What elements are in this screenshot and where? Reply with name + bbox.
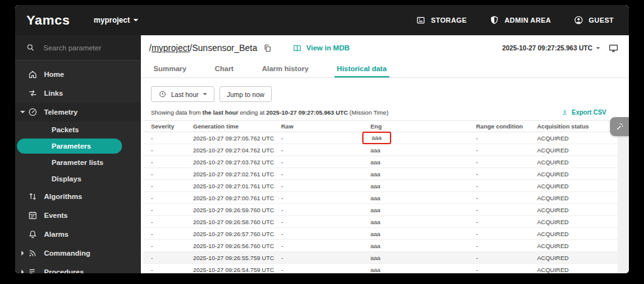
table-row[interactable]: -2025-10-27 09:26:56.760 UTC-aaa-ACQUIRE…: [143, 240, 618, 252]
cell-acquisition_status: ACQUIRED: [530, 132, 618, 144]
topbar-action-label: GUEST: [589, 16, 614, 24]
tab-alarm-history[interactable]: Alarm history: [259, 60, 311, 77]
table-row[interactable]: -2025-10-27 09:27:01.761 UTC-aaa-ACQUIRE…: [143, 180, 618, 192]
cell-severity: -: [143, 240, 186, 252]
cell-range_condition: -: [469, 168, 530, 180]
cell-range_condition: -: [469, 228, 530, 240]
table-row[interactable]: -2025-10-27 09:26:57.760 UTC-aaa-ACQUIRE…: [143, 228, 618, 240]
topbar-action-storage[interactable]: STORAGE: [416, 15, 467, 25]
cell-eng: aaa: [363, 228, 469, 240]
monitor-icon[interactable]: [608, 43, 619, 54]
cell-acquisition_status: ACQUIRED: [530, 228, 618, 240]
sidebar-item-procedures[interactable]: Procedures: [15, 263, 141, 273]
sidebar-item-telemetry[interactable]: Telemetry: [15, 103, 141, 122]
table-row[interactable]: -2025-10-27 09:26:54.759 UTC-aaa-ACQUIRE…: [143, 264, 618, 274]
cell-acquisition_status: ACQUIRED: [530, 192, 618, 204]
tab-historical-data[interactable]: Historical data: [335, 60, 389, 77]
instance-selector[interactable]: myproject: [94, 16, 138, 25]
chevron-down-icon: [203, 93, 207, 95]
breadcrumb-project-link[interactable]: myproject: [152, 43, 190, 53]
view-in-mdb-link[interactable]: View in MDB: [292, 43, 350, 53]
sidebar-item-displays[interactable]: Displays: [15, 171, 141, 187]
cell-generation_time: 2025-10-27 09:26:56.760 UTC: [186, 240, 274, 252]
top-bar: Yamcs myproject STORAGEADMIN AREAGUEST: [15, 5, 629, 35]
time-range-button[interactable]: Last hour: [151, 86, 214, 102]
cell-generation_time: 2025-10-27 09:27:02.761 UTC: [186, 168, 274, 180]
table-row[interactable]: -2025-10-27 09:27:04.762 UTC-aaa-ACQUIRE…: [143, 144, 618, 156]
cell-raw: -: [274, 228, 363, 240]
jump-to-now-button[interactable]: Jump to now: [219, 86, 272, 102]
cell-eng: aaa: [363, 252, 469, 264]
cell-eng: aaa: [363, 204, 469, 216]
sidebar-item-parameter-lists[interactable]: Parameter lists: [15, 154, 141, 171]
table-row[interactable]: -2025-10-27 09:26:58.760 UTC-aaa-ACQUIRE…: [143, 216, 618, 228]
table-row[interactable]: -2025-10-27 09:26:55.759 UTC-aaa-ACQUIRE…: [143, 252, 618, 264]
mission-time-selector[interactable]: 2025-10-27 09:27:25.963 UTC: [502, 44, 600, 52]
chevron-right-icon: [19, 270, 26, 273]
cell-generation_time: 2025-10-27 09:26:57.760 UTC: [186, 228, 274, 240]
sidebar-item-label: Algorithms: [44, 193, 82, 200]
column-header-raw: Raw: [274, 121, 363, 132]
tab-chart[interactable]: Chart: [212, 60, 236, 77]
table-row[interactable]: -2025-10-27 09:27:00.761 UTC-aaa-ACQUIRE…: [143, 192, 618, 204]
export-csv-link[interactable]: Export CSV: [561, 108, 606, 116]
cell-range_condition: -: [469, 156, 530, 168]
sidebar-item-algorithms[interactable]: Algorithms: [15, 187, 141, 206]
cell-eng: aaa: [363, 156, 469, 168]
parameter-search[interactable]: [15, 35, 141, 60]
cell-raw: -: [274, 144, 363, 156]
sidebar-item-packets[interactable]: Packets: [15, 122, 141, 138]
cell-raw: -: [274, 132, 363, 144]
tab-label: Alarm history: [262, 65, 308, 72]
sidebar-item-label: Commanding: [44, 249, 90, 257]
cell-raw: -: [274, 240, 363, 252]
cell-range_condition: -: [469, 132, 530, 144]
annotation-red-box: aaa: [362, 132, 391, 144]
topbar-actions: STORAGEADMIN AREAGUEST: [416, 15, 614, 25]
table-row[interactable]: -2025-10-27 09:26:59.760 UTC-aaa-ACQUIRE…: [143, 204, 618, 216]
sidebar-item-commanding[interactable]: Commanding: [15, 244, 141, 263]
search-input[interactable]: [42, 43, 130, 52]
commanding-icon: [28, 248, 38, 258]
sidebar-item-home[interactable]: Home: [15, 65, 141, 84]
topbar-action-admin-area[interactable]: ADMIN AREA: [489, 15, 551, 25]
cell-acquisition_status: ACQUIRED: [530, 156, 618, 168]
cell-severity: -: [143, 144, 186, 156]
table-row[interactable]: -2025-10-27 09:27:02.761 UTC-aaa-ACQUIRE…: [143, 168, 618, 180]
cell-generation_time: 2025-10-27 09:26:54.759 UTC: [186, 264, 274, 274]
cell-severity: -: [143, 264, 186, 274]
sidebar-item-parameters[interactable]: Parameters: [17, 139, 122, 154]
procedures-icon: [28, 267, 38, 273]
sidebar-item-alarms[interactable]: Alarms: [15, 225, 141, 244]
cell-severity: -: [143, 168, 186, 180]
tab-label: Chart: [214, 65, 233, 72]
cell-range_condition: -: [469, 180, 530, 192]
export-csv-label: Export CSV: [572, 109, 606, 116]
cell-severity: -: [143, 216, 186, 228]
copy-icon[interactable]: [263, 43, 272, 53]
instance-label: myproject: [94, 16, 130, 25]
cell-generation_time: 2025-10-27 09:26:55.759 UTC: [186, 252, 274, 264]
tab-summary[interactable]: Summary: [151, 60, 189, 77]
summary-end-time: 2025-10-27 09:27:05.963 UTC: [266, 109, 348, 116]
user-icon: [574, 15, 584, 25]
time-range-label: Last hour: [171, 91, 199, 98]
yamcs-logo: Yamcs: [26, 13, 70, 28]
sidebar-item-events[interactable]: Events: [15, 206, 141, 225]
cell-acquisition_status: ACQUIRED: [530, 216, 618, 228]
table-row[interactable]: -2025-10-27 09:27:03.762 UTC-aaa-ACQUIRE…: [143, 156, 618, 168]
display-options-button[interactable]: [610, 117, 629, 136]
table-row[interactable]: -2025-10-27 09:27:05.762 UTC-aaa-ACQUIRE…: [143, 132, 618, 144]
topbar-action-guest[interactable]: GUEST: [574, 15, 614, 25]
chevron-down-icon: [596, 47, 600, 49]
column-header-acquisition-status: Acquisition status: [530, 121, 618, 132]
cell-generation_time: 2025-10-27 09:27:00.761 UTC: [186, 192, 274, 204]
cell-value: aaa: [372, 134, 382, 141]
cell-raw: -: [274, 204, 363, 216]
sidebar-item-links[interactable]: Links: [15, 84, 141, 103]
cell-severity: -: [143, 156, 186, 168]
cell-eng: aaa: [363, 264, 469, 274]
cell-acquisition_status: ACQUIRED: [530, 240, 618, 252]
cell-generation_time: 2025-10-27 09:27:05.762 UTC: [186, 132, 274, 144]
jump-to-now-label: Jump to now: [227, 91, 265, 98]
